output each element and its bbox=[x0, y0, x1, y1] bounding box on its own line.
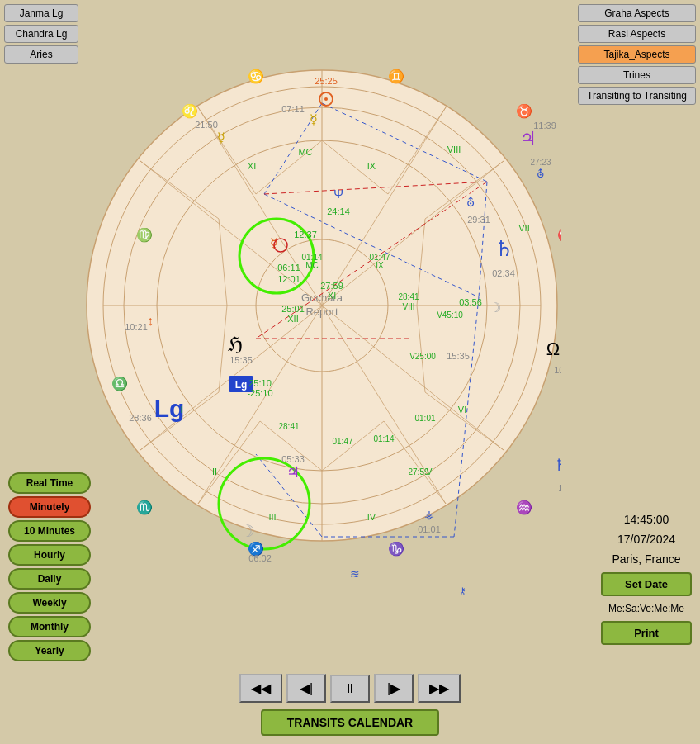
svg-text:28:41: 28:41 bbox=[278, 422, 299, 431]
rewind-btn[interactable]: ◀◀ bbox=[239, 674, 282, 703]
svg-text:VII: VII bbox=[518, 223, 529, 233]
svg-text:↕: ↕ bbox=[147, 314, 154, 328]
svg-text:02:34: 02:34 bbox=[492, 268, 515, 278]
svg-text:♄: ♄ bbox=[554, 456, 561, 474]
date-display: 17/07/2024 bbox=[617, 533, 675, 546]
trines-btn[interactable]: Trines bbox=[578, 66, 696, 84]
svg-text:♃: ♃ bbox=[520, 128, 537, 149]
svg-text:01:47: 01:47 bbox=[332, 437, 352, 446]
svg-text:28:41: 28:41 bbox=[398, 292, 419, 301]
graha-aspects-btn[interactable]: Graha Aspects bbox=[578, 4, 696, 22]
svg-text:♌: ♌ bbox=[182, 103, 198, 119]
svg-text:12:37: 12:37 bbox=[294, 230, 317, 239]
print-btn[interactable]: Print bbox=[601, 621, 692, 645]
svg-text:MC: MC bbox=[305, 261, 319, 270]
pause-btn[interactable]: ⏸ bbox=[330, 675, 370, 703]
svg-text:⚷: ⚷ bbox=[459, 585, 466, 595]
svg-text:VIII: VIII bbox=[447, 145, 461, 154]
svg-text:27:59: 27:59 bbox=[408, 467, 428, 476]
svg-text:19:10: 19:10 bbox=[558, 483, 561, 493]
svg-text:01:14: 01:14 bbox=[373, 434, 394, 443]
ten-minutes-btn[interactable]: 10 Minutes bbox=[8, 520, 91, 542]
svg-text:♏: ♏ bbox=[136, 500, 153, 515]
svg-text:01:01: 01:01 bbox=[418, 524, 441, 534]
svg-text:28:36: 28:36 bbox=[129, 413, 152, 423]
location-display: Paris, France bbox=[612, 552, 680, 566]
svg-text:III: III bbox=[268, 512, 276, 522]
time-interval-buttons: Real Time Minutely 10 Minutes Hourly Dai… bbox=[8, 472, 91, 661]
svg-point-42 bbox=[324, 97, 328, 101]
janma-lg-btn[interactable]: Janma Lg bbox=[4, 4, 78, 22]
next-btn[interactable]: |▶ bbox=[374, 674, 414, 703]
svg-text:XI: XI bbox=[248, 161, 256, 171]
svg-text:MC: MC bbox=[298, 147, 312, 157]
dasha-display: Me:Sa:Ve:Me:Me bbox=[608, 603, 684, 614]
svg-text:⚶: ⚶ bbox=[424, 508, 434, 521]
svg-text:-25:10: -25:10 bbox=[247, 388, 272, 398]
svg-text:IX: IX bbox=[367, 161, 376, 171]
svg-text:♉: ♉ bbox=[516, 103, 532, 119]
svg-text:IX: IX bbox=[376, 261, 384, 270]
playback-controls: ◀◀ ◀| ⏸ |▶ ▶▶ bbox=[239, 674, 461, 703]
aries-btn[interactable]: Aries bbox=[4, 45, 78, 64]
svg-text:≋: ≋ bbox=[350, 567, 360, 581]
svg-text:♑: ♑ bbox=[388, 541, 404, 557]
astrological-chart: Gochara Report 25:25 ☿ 07:11 bbox=[83, 17, 561, 595]
svg-text:10:21: 10:21 bbox=[125, 322, 148, 332]
time-display: 14:45:00 bbox=[624, 513, 669, 526]
hourly-btn[interactable]: Hourly bbox=[8, 544, 91, 566]
svg-text:⛢: ⛢ bbox=[537, 168, 545, 180]
svg-text:⛢: ⛢ bbox=[466, 196, 475, 209]
svg-text:15:35: 15:35 bbox=[447, 351, 470, 361]
tajika-aspects-btn[interactable]: Tajika_Aspects bbox=[578, 45, 696, 64]
svg-text:☿: ☿ bbox=[217, 130, 225, 145]
bottom-controls: ◀◀ ◀| ⏸ |▶ ▶▶ TRANSITS CALENDAR bbox=[239, 674, 461, 736]
info-panel: 14:45:00 17/07/2024 Paris, France Set Da… bbox=[601, 513, 692, 645]
svg-text:♋: ♋ bbox=[248, 69, 264, 84]
chandra-lg-btn[interactable]: Chandra Lg bbox=[4, 25, 78, 43]
svg-text:♄: ♄ bbox=[494, 236, 513, 261]
svg-text:06:02: 06:02 bbox=[248, 553, 272, 563]
svg-text:ℌ: ℌ bbox=[228, 333, 243, 355]
svg-text:VI: VI bbox=[458, 405, 466, 415]
svg-text:♎: ♎ bbox=[111, 376, 128, 391]
svg-text:07:11: 07:11 bbox=[281, 104, 305, 114]
svg-text:♃: ♃ bbox=[286, 464, 300, 481]
svg-text:♒: ♒ bbox=[516, 500, 532, 515]
svg-text:25:25: 25:25 bbox=[315, 76, 338, 86]
svg-text:27:59: 27:59 bbox=[320, 281, 343, 291]
yearly-btn[interactable]: Yearly bbox=[8, 640, 91, 661]
svg-text:15:35: 15:35 bbox=[229, 355, 253, 365]
minutely-btn[interactable]: Minutely bbox=[8, 496, 91, 518]
svg-text:06:11: 06:11 bbox=[277, 263, 300, 272]
svg-text:V45:10: V45:10 bbox=[437, 310, 463, 320]
fast-forward-btn[interactable]: ▶▶ bbox=[418, 674, 461, 703]
svg-text:Ψ: Ψ bbox=[333, 187, 343, 201]
svg-text:☽: ☽ bbox=[240, 522, 255, 540]
svg-text:25:01: 25:01 bbox=[281, 304, 305, 314]
transits-calendar-btn[interactable]: TRANSITS CALENDAR bbox=[261, 709, 439, 736]
weekly-btn[interactable]: Weekly bbox=[8, 592, 91, 614]
svg-text:I: I bbox=[180, 405, 182, 415]
top-nav: Janma Lg Chandra Lg Aries bbox=[4, 4, 78, 64]
svg-text:II: II bbox=[212, 467, 217, 476]
svg-text:XII: XII bbox=[287, 314, 298, 324]
daily-btn[interactable]: Daily bbox=[8, 568, 91, 590]
svg-text:V25:00: V25:00 bbox=[409, 352, 436, 361]
svg-text:Lg: Lg bbox=[235, 379, 248, 391]
transiting-to-transiting-btn[interactable]: Transiting to Transiting bbox=[578, 87, 696, 105]
set-date-btn[interactable]: Set Date bbox=[601, 572, 692, 596]
svg-text:VIII: VIII bbox=[402, 302, 414, 311]
svg-text:12:01: 12:01 bbox=[277, 274, 300, 284]
svg-text:10:21: 10:21 bbox=[554, 365, 561, 375]
prev-btn[interactable]: ◀| bbox=[286, 674, 326, 703]
svg-text:24:14: 24:14 bbox=[327, 206, 350, 216]
monthly-btn[interactable]: Monthly bbox=[8, 616, 91, 637]
svg-text:♈: ♈ bbox=[557, 227, 561, 243]
svg-text:11:39: 11:39 bbox=[533, 121, 556, 130]
svg-text:21:50: 21:50 bbox=[195, 120, 218, 130]
svg-text:01:01: 01:01 bbox=[414, 414, 435, 423]
rasi-aspects-btn[interactable]: Rasi Aspects bbox=[578, 25, 696, 43]
real-time-btn[interactable]: Real Time bbox=[8, 472, 91, 494]
svg-text:29:31: 29:31 bbox=[467, 215, 490, 225]
